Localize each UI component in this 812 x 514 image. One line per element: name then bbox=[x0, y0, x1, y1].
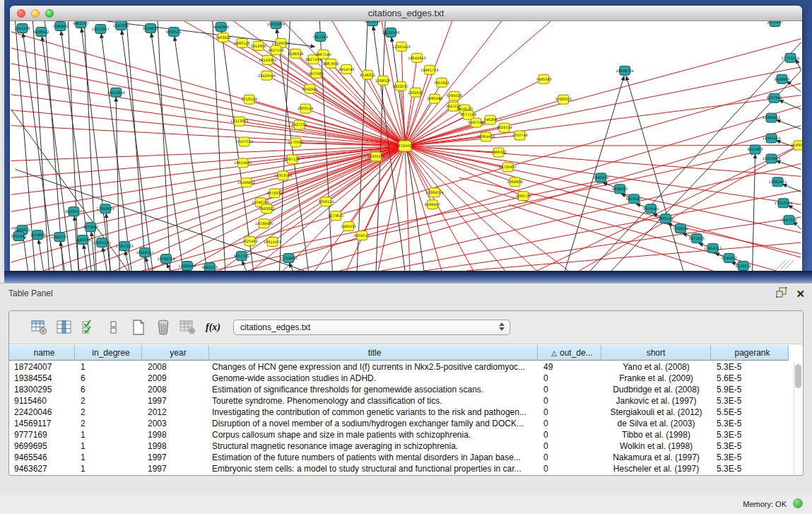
network-node[interactable]: 16053809 bbox=[267, 21, 285, 28]
network-node[interactable]: 7632621 bbox=[673, 224, 688, 233]
network-node[interactable]: 16961758 bbox=[420, 65, 438, 74]
network-node[interactable]: 8224631 bbox=[143, 23, 158, 33]
network-node[interactable]: 1990448 bbox=[427, 94, 442, 103]
select-rows-icon[interactable] bbox=[80, 319, 98, 336]
network-node[interactable]: 10107552 bbox=[235, 137, 253, 146]
network-node[interactable]: 8878334 bbox=[266, 189, 282, 198]
network-node[interactable]: 8454749 bbox=[339, 64, 354, 74]
network-node[interactable]: 5875685 bbox=[308, 69, 324, 78]
network-node[interactable]: 12923446 bbox=[178, 262, 196, 271]
network-node[interactable]: 19166852 bbox=[237, 178, 255, 187]
network-node[interactable]: 9462787 bbox=[73, 21, 88, 28]
column-header-short[interactable]: short bbox=[601, 345, 711, 361]
column-header-title[interactable]: title bbox=[209, 345, 538, 361]
network-node[interactable]: 9119872 bbox=[736, 262, 751, 271]
network-node[interactable]: 9975887 bbox=[83, 223, 98, 232]
network-node[interactable]: 6879197 bbox=[626, 194, 642, 204]
network-node[interactable]: 1050748 bbox=[512, 131, 527, 140]
network-node[interactable]: 7955812 bbox=[434, 78, 449, 87]
network-node[interactable]: 746266 bbox=[483, 115, 497, 124]
delete-rows-icon[interactable] bbox=[154, 319, 172, 336]
network-node[interactable]: 2967608 bbox=[323, 59, 339, 68]
network-node[interactable]: 9482573 bbox=[202, 263, 218, 271]
network-node[interactable]: 9242845 bbox=[302, 84, 317, 93]
network-node[interactable]: 1640954 bbox=[593, 173, 608, 182]
network-node[interactable]: 7690892 bbox=[52, 21, 68, 30]
network-node[interactable]: 3056124 bbox=[318, 197, 334, 206]
network-node[interactable]: 5912954 bbox=[251, 41, 266, 50]
network-node[interactable]: 3915931 bbox=[11, 232, 26, 241]
network-node[interactable]: 2718129 bbox=[242, 95, 257, 104]
network-node[interactable]: 15720407 bbox=[499, 163, 517, 172]
show-columns-icon[interactable] bbox=[55, 319, 73, 336]
column-header-name[interactable]: name bbox=[9, 345, 75, 361]
table-scrollbar-thumb[interactable] bbox=[795, 364, 801, 388]
network-node[interactable]: 9245652 bbox=[722, 254, 737, 263]
network-node[interactable]: 12444154 bbox=[763, 134, 780, 143]
network-node[interactable]: 9329966 bbox=[774, 74, 789, 83]
table-row[interactable]: 2242004622012Investigating the contribut… bbox=[9, 407, 792, 418]
network-node[interactable]: 7986322 bbox=[491, 148, 507, 157]
network-node[interactable]: 8813054 bbox=[365, 21, 380, 25]
table-row[interactable]: 1830029562008Estimation of significance … bbox=[9, 384, 792, 395]
create-table-icon[interactable] bbox=[129, 319, 148, 336]
network-node[interactable]: 1156869 bbox=[30, 230, 45, 240]
network-node[interactable]: 2967546 bbox=[315, 49, 331, 59]
network-node[interactable]: 7485083 bbox=[536, 74, 551, 83]
network-node[interactable]: 1588520 bbox=[375, 76, 391, 85]
column-header-year[interactable]: year bbox=[142, 345, 209, 361]
network-node[interactable]: 10553257 bbox=[92, 24, 110, 33]
network-node[interactable]: 8186328 bbox=[288, 49, 303, 58]
network-node[interactable]: 1527602 bbox=[113, 21, 129, 30]
network-node[interactable]: 7625402 bbox=[242, 237, 258, 246]
network-canvas-area[interactable]: 2051136928692276908929462787105532571527… bbox=[10, 21, 802, 271]
network-node[interactable]: 1485032 bbox=[341, 222, 356, 231]
network-node[interactable]: 8267130 bbox=[284, 155, 300, 164]
table-row[interactable]: 946554611997Estimation of the future num… bbox=[9, 452, 792, 463]
network-node[interactable]: 15716485 bbox=[280, 254, 298, 263]
network-node[interactable]: 1170065 bbox=[288, 138, 303, 147]
network-node[interactable]: 9273645 bbox=[328, 211, 343, 221]
network-node[interactable]: 15692971 bbox=[769, 177, 787, 187]
network-node[interactable]: 16958167 bbox=[136, 248, 153, 257]
network-node[interactable]: 8427552 bbox=[291, 120, 307, 129]
network-node[interactable]: 2803144 bbox=[298, 104, 313, 113]
column-header-pagerank[interactable]: pagerank bbox=[711, 345, 789, 361]
network-node[interactable]: 1167534 bbox=[781, 216, 796, 225]
window-titlebar[interactable]: citations_edges.txt bbox=[10, 6, 802, 21]
network-node[interactable]: 7857224 bbox=[312, 32, 328, 41]
network-node[interactable]: 17957223 bbox=[115, 242, 133, 251]
delete-table-icon[interactable] bbox=[179, 319, 197, 336]
network-node[interactable]: 9356521 bbox=[166, 27, 182, 36]
network-node[interactable]: 12325419 bbox=[392, 42, 410, 51]
float-window-icon[interactable] bbox=[776, 287, 787, 300]
network-node[interactable]: 1362615 bbox=[408, 88, 423, 97]
row-height-icon[interactable] bbox=[105, 319, 123, 336]
network-node[interactable]: 3624554 bbox=[497, 123, 512, 132]
table-settings-icon[interactable] bbox=[30, 319, 49, 336]
network-node[interactable]: 9046389 bbox=[213, 22, 229, 31]
network-node[interactable]: 6497568 bbox=[469, 118, 484, 127]
table-row[interactable]: 977716911998Corpus callosum shape and si… bbox=[9, 429, 792, 440]
network-node[interactable]: 9474444 bbox=[643, 204, 659, 214]
network-node[interactable]: 9146821 bbox=[360, 70, 375, 79]
network-node[interactable]: 18724007 bbox=[396, 141, 413, 151]
network-node[interactable]: 1493822 bbox=[259, 204, 274, 214]
table-row[interactable]: 1872400712008Changes of HCN gene express… bbox=[9, 361, 792, 373]
network-node[interactable]: 6794028 bbox=[447, 91, 462, 100]
network-node[interactable]: 9188450 bbox=[425, 200, 440, 209]
network-node[interactable]: 8322037 bbox=[393, 81, 408, 90]
network-node[interactable]: 16648784 bbox=[616, 66, 633, 75]
close-panel-icon[interactable]: ✕ bbox=[796, 288, 805, 300]
network-node[interactable]: 12942757 bbox=[51, 233, 69, 242]
table-row[interactable]: 911546021997Tourette syndrome. Phenomeno… bbox=[9, 395, 792, 407]
network-node[interactable]: 9286922 bbox=[33, 27, 49, 36]
network-node[interactable]: 9788313 bbox=[555, 95, 571, 104]
table-scrollbar[interactable] bbox=[794, 362, 802, 474]
network-node[interactable]: 20206576 bbox=[65, 207, 83, 216]
network-node[interactable]: 8938923 bbox=[612, 185, 628, 194]
network-node[interactable]: 9657791 bbox=[234, 252, 249, 261]
table-row[interactable]: 946362711997Embryonic stem cells: a mode… bbox=[9, 463, 792, 474]
network-node[interactable]: 7463822 bbox=[216, 33, 231, 42]
network-node[interactable]: 1068809 bbox=[507, 177, 522, 187]
